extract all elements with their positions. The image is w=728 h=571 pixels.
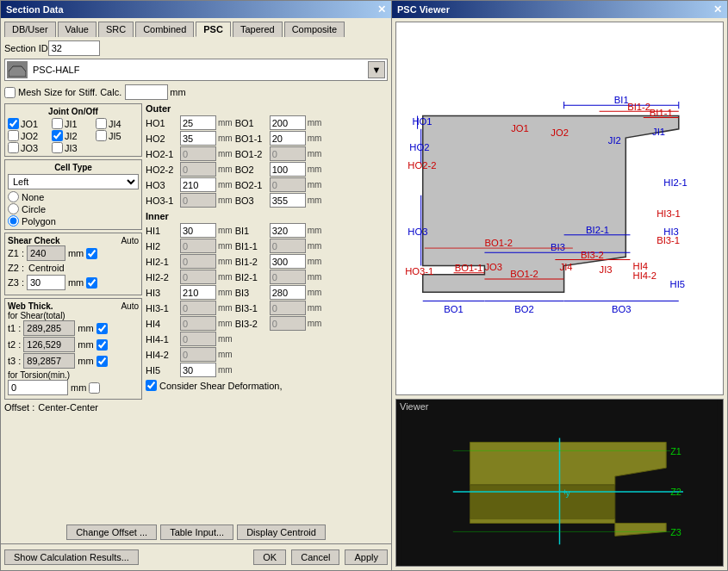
hi5-input[interactable] (180, 363, 216, 377)
tab-dbuser[interactable]: DB/User (4, 22, 56, 37)
t1-check[interactable] (96, 323, 108, 334)
bi3-2-input[interactable] (270, 316, 306, 331)
cell-radio-group: None Circle Polygon (8, 191, 139, 227)
hi2-2-input[interactable] (180, 270, 216, 284)
hi1-input[interactable] (180, 223, 216, 238)
tab-value[interactable]: Value (58, 22, 96, 37)
hi3-1-input[interactable] (180, 301, 216, 315)
ho2-1-input[interactable] (180, 146, 216, 161)
svg-text:BI3-1: BI3-1 (656, 235, 680, 245)
svg-text:BO1-1: BO1-1 (455, 263, 483, 273)
web-subtitle: for Shear(total) (8, 311, 65, 320)
mesh-row: Mesh Size for Stiff. Calc. mm (4, 84, 388, 100)
joint-grid: JO1 JI1 JI4 JO2 JI2 JI5 JO3 JI3 (8, 118, 139, 153)
hi4-2-input[interactable] (180, 347, 216, 362)
svg-text:BI3-2: BI3-2 (581, 250, 604, 260)
ho1-label: HO1 (146, 118, 178, 128)
svg-text:JI1: JI1 (652, 127, 665, 137)
hi2-1-input[interactable] (180, 254, 216, 269)
psc-dropdown-button[interactable]: ▼ (368, 61, 385, 78)
ho2-input[interactable] (180, 131, 216, 146)
apply-button[interactable]: Apply (345, 549, 388, 565)
psc-icon (7, 61, 28, 78)
bo1-1-input[interactable] (270, 131, 306, 146)
tab-psc[interactable]: PSC (196, 22, 231, 37)
bo1-2-input[interactable] (270, 146, 306, 161)
bi1-2-input[interactable] (270, 254, 306, 269)
ho3-1-input[interactable] (180, 193, 216, 208)
change-offset-button[interactable]: Change Offset ... (66, 524, 157, 540)
radio-circle[interactable]: Circle (8, 203, 139, 214)
tab-src[interactable]: SRC (98, 22, 134, 37)
tab-tapered[interactable]: Tapered (233, 22, 283, 37)
table-input-button[interactable]: Table Input... (160, 524, 233, 540)
bi1-input[interactable] (270, 223, 306, 238)
tab-composite[interactable]: Composite (284, 22, 345, 37)
ho1-input[interactable] (180, 115, 216, 130)
bo1-input[interactable] (270, 115, 306, 130)
bi3-input[interactable] (270, 285, 306, 300)
right-panel-close[interactable]: ✕ (713, 3, 722, 16)
hi3-input[interactable] (180, 285, 216, 300)
z1-auto-check[interactable] (86, 248, 97, 259)
bi3-1-input[interactable] (270, 301, 306, 315)
joint-ji1[interactable]: JI1 (52, 118, 95, 129)
ho3-input[interactable] (180, 177, 216, 192)
section-id-label: Section ID (4, 43, 48, 53)
svg-text:JI3: JI3 (600, 264, 613, 275)
joint-jo3[interactable]: JO3 (8, 142, 51, 153)
radio-none[interactable]: None (8, 191, 139, 202)
z3-auto-check[interactable] (86, 277, 97, 289)
joint-ji4[interactable]: JI4 (96, 118, 139, 129)
consider-shear-check[interactable] (146, 380, 157, 391)
z1-input[interactable] (27, 245, 65, 261)
mesh-input[interactable] (125, 84, 168, 100)
left-panel-titlebar: Section Data ✕ (1, 1, 391, 18)
hi4-2-label: HI4-2 (146, 350, 178, 360)
mesh-checkbox-label[interactable]: Mesh Size for Stiff. Calc. (4, 87, 121, 98)
t2-check[interactable] (96, 339, 108, 351)
joint-ji3[interactable]: JI3 (52, 142, 95, 153)
hi4-input[interactable] (180, 316, 216, 331)
show-calc-button[interactable]: Show Calculation Results... (4, 549, 139, 565)
t3-check[interactable] (96, 356, 108, 367)
offset-label: Offset : (4, 402, 34, 413)
left-panel-close[interactable]: ✕ (377, 3, 386, 16)
joint-jo1[interactable]: JO1 (8, 118, 51, 129)
bo3-input[interactable] (270, 193, 306, 208)
z3-input[interactable] (27, 275, 65, 290)
display-centroid-button[interactable]: Display Centroid (237, 524, 326, 540)
t1-input[interactable] (23, 320, 75, 336)
bo2-1-input[interactable] (270, 177, 306, 192)
bi1-1-input[interactable] (270, 239, 306, 253)
ok-button[interactable]: OK (253, 549, 286, 565)
section-id-input[interactable] (48, 40, 100, 56)
hi2-input[interactable] (180, 239, 216, 253)
joint-ji5[interactable]: JI5 (96, 130, 139, 141)
svg-text:BI1: BI1 (614, 95, 629, 105)
t3-input[interactable] (23, 353, 75, 369)
radio-polygon[interactable]: Polygon (8, 215, 139, 227)
bo2-input[interactable] (270, 162, 306, 177)
psc-type-selector[interactable]: PSC-HALF ▼ (4, 59, 388, 81)
svg-text:JI2: JI2 (608, 135, 621, 146)
cancel-button[interactable]: Cancel (291, 549, 339, 565)
t2-input[interactable] (23, 337, 75, 352)
svg-text:BI1-1: BI1-1 (650, 108, 673, 118)
z2-value: Centroid (28, 263, 65, 273)
consider-shear-row: Consider Shear Deformation, (146, 380, 388, 391)
hi4-1-input[interactable] (180, 332, 216, 346)
bo1-1-label: BO1-1 (235, 133, 268, 144)
web-t1-row: t1 : mm (8, 320, 139, 336)
mesh-checkbox[interactable] (4, 87, 16, 98)
torsion-input[interactable] (8, 380, 68, 395)
bi2-1-input[interactable] (270, 270, 306, 284)
torsion-check[interactable] (89, 382, 100, 394)
cell-type-select[interactable]: Left Right Both (8, 174, 139, 189)
tab-combined[interactable]: Combined (135, 22, 194, 37)
psc-type-label: PSC-HALF (31, 65, 368, 75)
joint-ji2[interactable]: JI2 (52, 130, 95, 141)
joint-jo2[interactable]: JO2 (8, 130, 51, 141)
ho2-2-input[interactable] (180, 162, 216, 177)
svg-text:JO3: JO3 (484, 262, 502, 272)
